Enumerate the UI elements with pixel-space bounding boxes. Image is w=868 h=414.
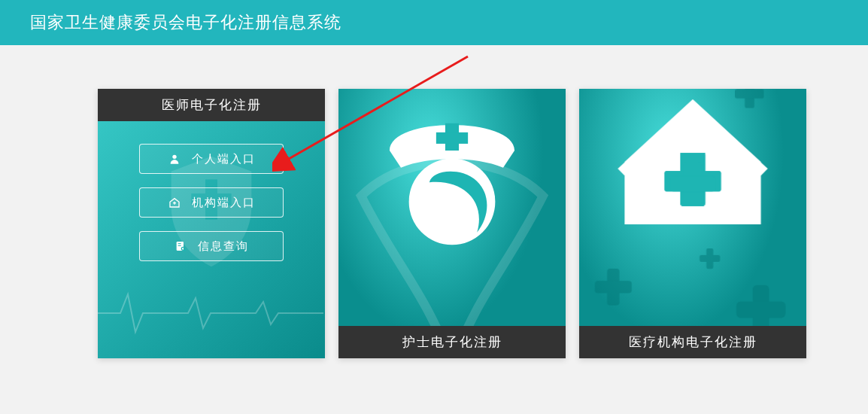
card-nurse-title: 护士电子化注册 (338, 326, 566, 358)
personal-entry-label: 个人端入口 (192, 152, 256, 166)
svg-rect-3 (177, 242, 184, 251)
card-medinst-illustration (579, 89, 806, 326)
card-doctor: 医师电子化注册 个人端入口 机构端入口 (98, 89, 325, 358)
svg-rect-20 (700, 255, 720, 262)
org-entry-label: 机构端入口 (192, 196, 256, 210)
svg-rect-18 (736, 302, 785, 318)
page-header: 国家卫生健康委员会电子化注册信息系统 (0, 0, 868, 45)
card-medinst-title: 医疗机构电子化注册 (579, 326, 806, 358)
card-doctor-body: 个人端入口 机构端入口 信息查询 (98, 121, 325, 358)
org-entry-button[interactable]: 机构端入口 (139, 187, 284, 218)
hospital-icon (168, 196, 181, 209)
personal-entry-button[interactable]: 个人端入口 (139, 144, 284, 174)
info-query-label: 信息查询 (198, 239, 249, 254)
svg-rect-16 (595, 281, 632, 293)
heartbeat-line-icon (98, 283, 323, 343)
card-doctor-title: 医师电子化注册 (98, 89, 325, 121)
card-medinst[interactable]: 医疗机构电子化注册 (579, 89, 806, 358)
svg-rect-29 (670, 175, 715, 191)
card-nurse-illustration (338, 89, 566, 326)
card-nurse[interactable]: 护士电子化注册 (338, 89, 566, 358)
svg-rect-14 (735, 89, 763, 99)
svg-rect-10 (436, 132, 468, 144)
nurse-cap-icon (338, 89, 566, 326)
info-query-button[interactable]: 信息查询 (139, 231, 284, 261)
page-title: 国家卫生健康委员会电子化注册信息系统 (30, 13, 341, 32)
card-row: 医师电子化注册 个人端入口 机构端入口 (0, 45, 868, 358)
svg-line-5 (184, 250, 186, 251)
svg-point-2 (172, 155, 176, 159)
user-icon (168, 152, 181, 166)
search-doc-icon (174, 239, 187, 253)
hospital-house-icon (579, 89, 806, 326)
